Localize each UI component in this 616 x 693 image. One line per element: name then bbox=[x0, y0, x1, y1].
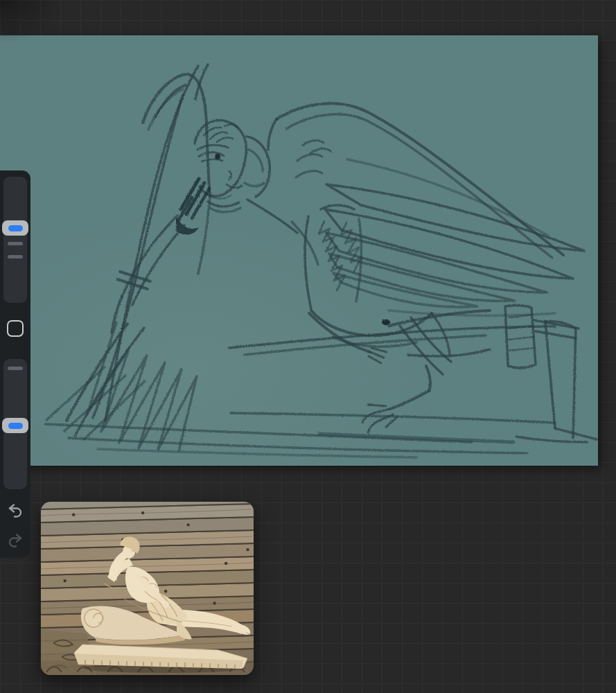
slider-blue-indicator bbox=[8, 423, 23, 429]
reference-photo-statue bbox=[41, 502, 254, 675]
brush-size-slider-thumb[interactable] bbox=[2, 220, 28, 236]
drawing-canvas[interactable] bbox=[0, 35, 598, 466]
opacity-slider-thumb[interactable] bbox=[2, 418, 28, 433]
opacity-slider[interactable] bbox=[3, 359, 27, 489]
slider-blue-indicator bbox=[8, 225, 23, 231]
slider-tick bbox=[8, 242, 23, 245]
undo-button[interactable] bbox=[7, 502, 24, 519]
redo-button[interactable] bbox=[7, 532, 24, 549]
undo-arrow-icon bbox=[7, 502, 24, 519]
tool-sidebar bbox=[0, 170, 30, 558]
modify-button[interactable] bbox=[7, 320, 24, 337]
slider-tick bbox=[8, 255, 23, 258]
slider-tick bbox=[8, 367, 23, 370]
app-background bbox=[0, 0, 616, 693]
redo-arrow-icon bbox=[7, 532, 24, 549]
reference-window[interactable] bbox=[41, 502, 254, 675]
harpy-sketch bbox=[0, 35, 598, 466]
brush-size-slider[interactable] bbox=[3, 177, 27, 303]
